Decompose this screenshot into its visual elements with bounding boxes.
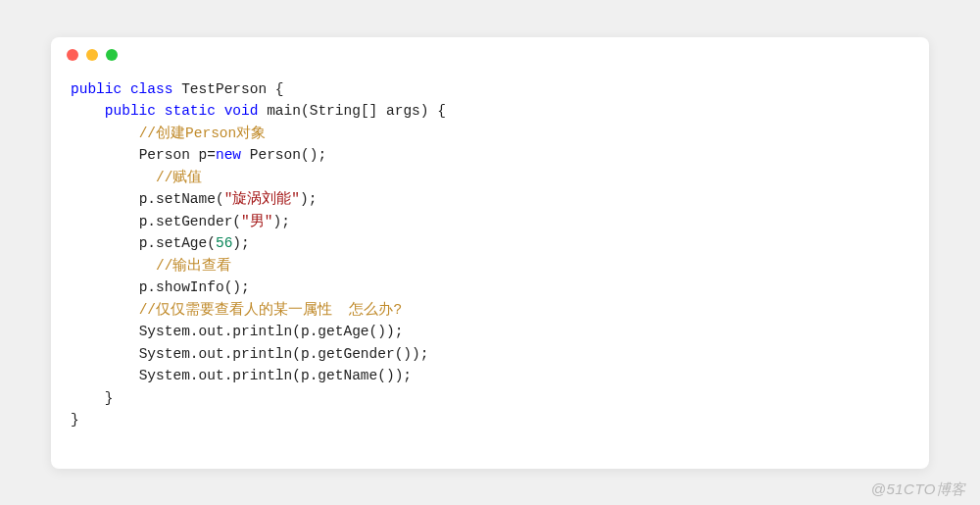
code-line: //仅仅需要查看人的某一属性 怎么办? (71, 302, 402, 318)
minimize-icon[interactable] (86, 49, 98, 61)
code-line: System.out.println(p.getAge()); (71, 324, 403, 339)
code-line: System.out.println(p.getGender()); (71, 346, 428, 362)
maximize-icon[interactable] (106, 49, 118, 61)
code-window: public class TestPerson { public static … (51, 37, 929, 469)
close-icon[interactable] (67, 49, 78, 61)
code-line: public class TestPerson { (71, 81, 284, 97)
watermark: @51CTO博客 (871, 480, 966, 499)
code-line: //赋值 (71, 170, 202, 185)
code-area[interactable]: public class TestPerson { public static … (51, 73, 929, 469)
window-titlebar (51, 37, 929, 73)
code-line: p.showInfo(); (71, 279, 250, 295)
code-line: public static void main(String[] args) { (71, 103, 446, 119)
code-line: } (71, 412, 79, 428)
code-line: //创建Person对象 (71, 126, 266, 141)
code-line: //输出查看 (71, 258, 231, 274)
code-line: p.setName("旋涡刘能"); (71, 191, 317, 207)
code-line: p.setGender("男"); (71, 214, 290, 229)
code-line: Person p=new Person(); (71, 147, 326, 163)
code-line: } (71, 390, 114, 406)
code-line: System.out.println(p.getName()); (71, 368, 412, 383)
code-block: public class TestPerson { public static … (71, 78, 929, 431)
code-line: p.setAge(56); (71, 235, 250, 251)
